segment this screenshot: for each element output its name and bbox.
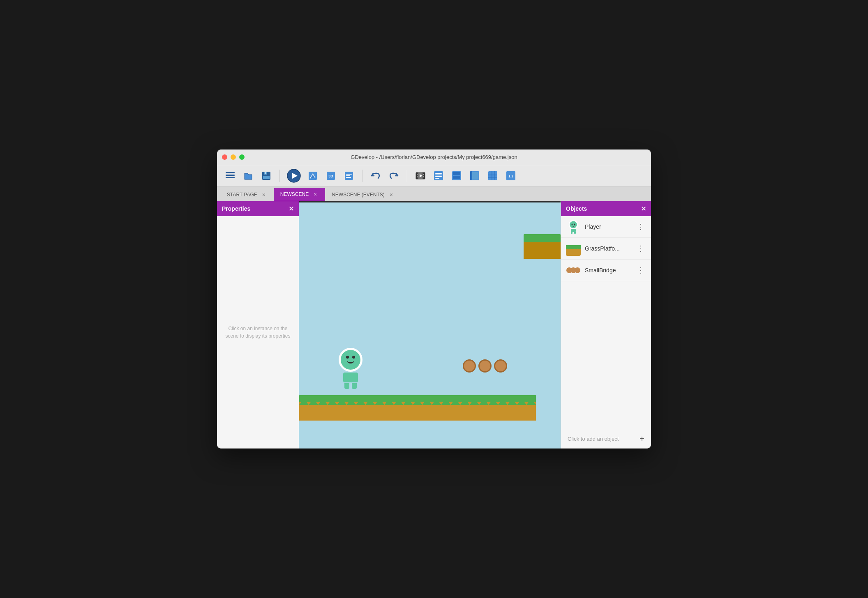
object-item-smallbridge[interactable]: SmallBridge ⋮ xyxy=(561,260,651,281)
object-list-button[interactable] xyxy=(430,168,447,184)
platform-dirt xyxy=(524,242,561,259)
tab-start-page[interactable]: START PAGE × xyxy=(220,189,274,201)
title-bar: GDevelop - /Users/florian/GDevelop proje… xyxy=(217,150,651,165)
properties-empty-message: Click on an instance on the scene to dis… xyxy=(217,216,299,448)
svg-rect-0 xyxy=(226,172,235,173)
toolbar-sep-2 xyxy=(362,170,362,182)
objects-close-button[interactable]: ✕ xyxy=(641,205,646,213)
ground-platform xyxy=(299,395,536,421)
traffic-lights xyxy=(222,154,245,160)
coins-group xyxy=(463,359,507,373)
canvas-border xyxy=(299,201,561,202)
svg-rect-2 xyxy=(226,177,235,178)
object-item-player[interactable]: Player ⋮ xyxy=(561,216,651,238)
svg-rect-37 xyxy=(488,171,497,180)
svg-point-46 xyxy=(572,224,573,225)
svg-rect-20 xyxy=(417,174,418,175)
tab-newscene-events[interactable]: NEWSCENE (EVENTS) × xyxy=(325,189,401,201)
player-eye-right xyxy=(352,356,355,359)
svg-point-56 xyxy=(575,267,580,273)
svg-rect-23 xyxy=(423,176,424,177)
layers-button[interactable] xyxy=(448,168,465,184)
play-button[interactable] xyxy=(285,167,303,185)
object-name-smallbridge: SmallBridge xyxy=(585,267,631,274)
svg-rect-19 xyxy=(423,172,425,179)
svg-point-45 xyxy=(569,221,577,229)
player-smile xyxy=(347,360,354,363)
ground-grass-top xyxy=(299,395,536,402)
svg-rect-15 xyxy=(346,175,350,176)
svg-rect-6 xyxy=(265,172,266,174)
preview-button[interactable] xyxy=(412,168,429,184)
svg-rect-48 xyxy=(571,229,576,232)
svg-rect-5 xyxy=(263,176,270,179)
window-title: GDevelop - /Users/florian/GDevelop proje… xyxy=(351,154,517,160)
svg-rect-49 xyxy=(571,232,573,234)
player-leg-left xyxy=(344,383,349,389)
tab-close-newscene[interactable]: × xyxy=(312,191,319,198)
properties-header: Properties ✕ xyxy=(217,201,299,216)
svg-rect-26 xyxy=(434,171,443,180)
project-manager-button[interactable] xyxy=(222,168,238,184)
object-name-grassplatform: GrassPlatfo... xyxy=(585,245,631,252)
object-menu-smallbridge[interactable]: ⋮ xyxy=(635,265,646,276)
svg-rect-29 xyxy=(435,176,442,177)
svg-rect-36 xyxy=(470,171,472,180)
svg-rect-33 xyxy=(453,176,460,179)
coin-3 xyxy=(494,359,507,373)
coin-1 xyxy=(463,359,476,373)
svg-rect-50 xyxy=(574,232,576,234)
3d-view-button[interactable]: 3D xyxy=(323,168,339,184)
object-name-player: Player xyxy=(585,223,631,230)
svg-rect-14 xyxy=(346,174,352,175)
close-button[interactable] xyxy=(222,154,227,160)
svg-rect-32 xyxy=(453,172,460,175)
events-button[interactable] xyxy=(341,168,357,184)
svg-rect-1 xyxy=(226,175,235,176)
grass-thumbnail xyxy=(566,241,581,256)
object-item-grassplatform[interactable]: GrassPlatfo... ⋮ xyxy=(561,238,651,260)
toolbar-sep-1 xyxy=(279,170,280,182)
floating-platform xyxy=(524,234,561,259)
scene-canvas[interactable] xyxy=(299,201,561,448)
svg-point-47 xyxy=(574,224,575,225)
coin-2 xyxy=(478,359,492,373)
svg-rect-22 xyxy=(423,174,424,175)
app-window: GDevelop - /Users/florian/GDevelop proje… xyxy=(217,150,651,448)
platform-grass xyxy=(524,234,561,242)
svg-marker-44 xyxy=(299,402,536,405)
zoom-button[interactable]: 1:1 xyxy=(503,168,519,184)
object-menu-grassplatform[interactable]: ⋮ xyxy=(635,243,646,254)
svg-rect-16 xyxy=(346,177,351,178)
open-file-button[interactable] xyxy=(240,168,256,184)
svg-rect-28 xyxy=(435,175,442,175)
zigzag-svg xyxy=(299,402,536,405)
ground-dirt xyxy=(299,402,536,421)
tab-newscene[interactable]: NEWSCENE × xyxy=(274,188,325,201)
svg-rect-52 xyxy=(566,245,581,249)
svg-text:3D: 3D xyxy=(328,174,333,178)
redo-button[interactable] xyxy=(386,168,402,184)
main-content: Properties ✕ Click on an instance on the… xyxy=(217,201,651,448)
player-leg-right xyxy=(352,383,357,389)
scene-view-button[interactable] xyxy=(305,168,321,184)
player-eye-left xyxy=(346,356,349,359)
save-button[interactable] xyxy=(258,168,275,184)
add-icon: + xyxy=(639,434,644,444)
maximize-button[interactable] xyxy=(239,154,245,160)
object-menu-player[interactable]: ⋮ xyxy=(635,221,646,232)
properties-close-button[interactable]: ✕ xyxy=(289,205,294,213)
toolbar: 3D xyxy=(217,165,651,186)
properties-button[interactable] xyxy=(466,168,483,184)
player-instance[interactable] xyxy=(336,348,365,385)
minimize-button[interactable] xyxy=(231,154,236,160)
tab-close-events[interactable]: × xyxy=(388,191,395,198)
objects-list: Player ⋮ GrassPlatfo... ⋮ xyxy=(561,216,651,429)
tab-close-start[interactable]: × xyxy=(261,191,267,198)
undo-button[interactable] xyxy=(367,168,384,184)
svg-text:1:1: 1:1 xyxy=(508,175,513,178)
toolbar-sep-3 xyxy=(407,170,407,182)
grid-button[interactable] xyxy=(485,168,501,184)
objects-header: Objects ✕ xyxy=(561,201,651,216)
add-object-button[interactable]: Click to add an object + xyxy=(561,429,651,448)
